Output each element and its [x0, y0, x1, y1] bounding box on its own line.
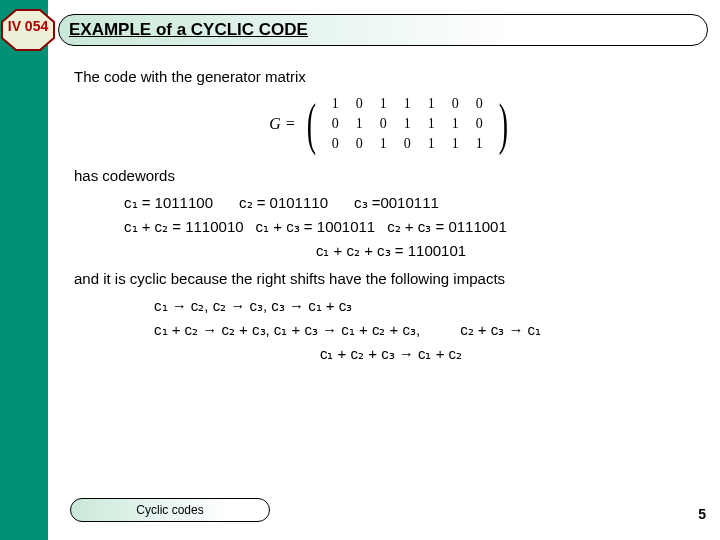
shifts-text-1: c₁ → c₂, c₂ → c₃, c₃ → c₁ + c₃ [154, 297, 352, 315]
sidebar-stripe [0, 0, 48, 540]
slide-title: EXAMPLE of a CYCLIC CODE [58, 14, 708, 46]
page-number: 5 [698, 506, 706, 522]
codeword-c3: c₃ =0010111 [354, 194, 439, 212]
generator-matrix: G = ( 1011100 0101110 0010111 ) [74, 95, 708, 153]
badge-label: IV 054 [6, 18, 50, 34]
codeword-c1c2: c₁ + c₂ = 1110010 [124, 218, 244, 236]
slide-main: IV 054 EXAMPLE of a CYCLIC CODE The code… [48, 0, 720, 540]
matrix-grid: 1011100 0101110 0010111 [326, 95, 488, 153]
shifts-text-2a: c₁ + c₂ → c₂ + c₃, c₁ + c₃ → c₁ + c₂ + c… [154, 321, 420, 339]
codeword-c2: c₂ = 0101110 [239, 194, 328, 212]
title-bar: IV 054 EXAMPLE of a CYCLIC CODE [28, 12, 708, 48]
codewords-row-2: c₁ + c₂ = 1110010 c₁ + c₃ = 1001011 c₂ +… [124, 218, 708, 236]
codewords-row-3: c₁ + c₂ + c₃ = 1100101 [74, 242, 708, 260]
codeword-c2c3: c₂ + c₃ = 0111001 [387, 218, 507, 236]
shifts-row-2: c₁ + c₂ → c₂ + c₃, c₁ + c₃ → c₁ + c₂ + c… [154, 321, 708, 339]
intro-text: The code with the generator matrix [74, 68, 708, 85]
matrix-label: G = [269, 115, 295, 133]
codeword-c1: c₁ = 1011100 [124, 194, 213, 212]
slide-content: The code with the generator matrix G = (… [74, 68, 708, 363]
shifts-text-2b: c₂ + c₃ → c₁ [460, 321, 541, 339]
bracket-right-icon: ) [499, 96, 508, 152]
shifts-row-3: c₁ + c₂ + c₃ → c₁ + c₂ [74, 345, 708, 363]
footer-caption: Cyclic codes [70, 498, 270, 522]
codeword-c1c3: c₁ + c₃ = 1001011 [256, 218, 376, 236]
has-codewords-text: has codewords [74, 167, 708, 184]
codewords-row-1: c₁ = 1011100 c₂ = 0101110 c₃ =0010111 [124, 194, 708, 212]
cyclic-text: and it is cyclic because the right shift… [74, 270, 708, 287]
shifts-row-1: c₁ → c₂, c₂ → c₃, c₃ → c₁ + c₃ [154, 297, 708, 315]
bracket-left-icon: ( [306, 96, 315, 152]
